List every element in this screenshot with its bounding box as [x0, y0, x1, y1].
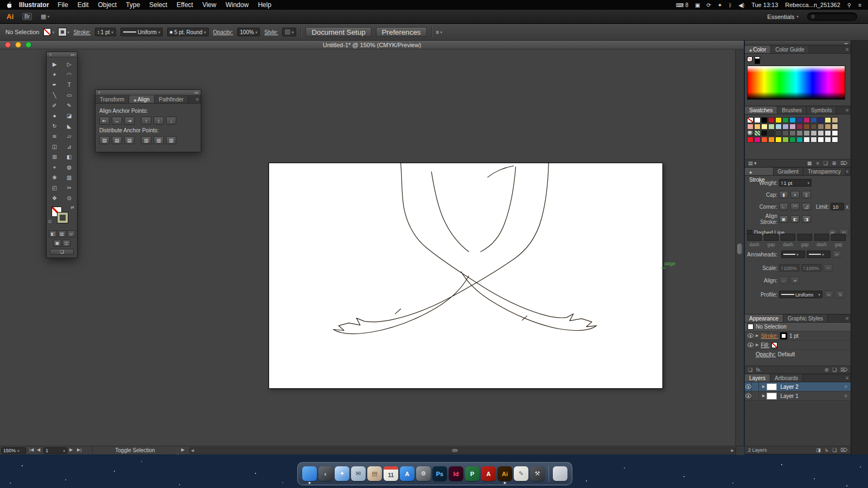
swatch[interactable]	[761, 117, 768, 123]
tool-blob-brush[interactable]: ●	[47, 111, 62, 121]
apple-menu[interactable]	[7, 2, 12, 9]
stroke-tab-gradient[interactable]: Gradient	[774, 168, 803, 175]
swatch[interactable]	[775, 137, 782, 143]
align-panel-menu-icon[interactable]: ≡	[196, 95, 201, 103]
layers-panel-menu-icon[interactable]: ≡	[846, 374, 851, 382]
layer-lock-cell[interactable]	[752, 391, 759, 400]
swatch[interactable]	[775, 117, 782, 123]
swatch[interactable]	[761, 137, 768, 143]
align-stroke-center-button[interactable]: ▣	[779, 215, 788, 223]
fill-none-chip[interactable]	[771, 342, 777, 348]
appearance-stroke-link[interactable]: Stroke:	[761, 333, 778, 339]
dock-textedit[interactable]: ✎	[514, 466, 528, 481]
arrowhead-start-dropdown[interactable]: ▾	[781, 251, 805, 258]
flip-across-button[interactable]: ⇅	[835, 291, 845, 298]
align-stroke-outside-button[interactable]: ◨	[802, 215, 811, 223]
tool-scale[interactable]: ◣	[62, 121, 76, 131]
layer-row[interactable]: ▶Layer 1○	[745, 391, 851, 401]
swatch[interactable]	[789, 117, 796, 123]
window-resize-corner[interactable]	[736, 446, 744, 455]
preferences-button[interactable]: Preferences	[376, 27, 427, 37]
dash-field[interactable]	[781, 234, 795, 241]
dash-field[interactable]	[797, 234, 812, 241]
layer-visibility-cell[interactable]	[745, 391, 752, 400]
last-artboard-button[interactable]: ▶|	[77, 447, 81, 452]
width-profile-dropdown[interactable]: Uniform▾	[779, 291, 822, 298]
align-vertical-middle-button[interactable]: ↕	[154, 117, 164, 125]
close-button[interactable]	[5, 42, 11, 48]
tool-selection[interactable]: ▶	[47, 59, 62, 69]
tool-direct-selection[interactable]: ▷	[62, 59, 76, 69]
align-horizontal-center-button[interactable]: ↔	[112, 117, 122, 125]
swatch[interactable]	[810, 137, 817, 143]
dash-field[interactable]	[831, 234, 846, 241]
tools-panel-header[interactable]: ✕▸▸	[47, 52, 77, 57]
tool-perspective-grid[interactable]: ⊿	[62, 142, 76, 152]
distribute-vertical-bottom-button[interactable]: ▤	[124, 136, 135, 144]
collapse-icon[interactable]: ▸▸	[71, 53, 75, 57]
stroke-proxy[interactable]	[58, 213, 68, 223]
dock-indesign[interactable]: Id	[449, 466, 463, 481]
layer-row[interactable]: ▶Layer 2○	[745, 382, 851, 391]
color-tab-color[interactable]: Color	[745, 46, 771, 53]
layer-target-icon[interactable]: ○	[845, 384, 847, 389]
link-scales-button[interactable]: ∞	[824, 264, 833, 272]
fill-swatch[interactable]	[43, 28, 51, 36]
swatch[interactable]	[747, 117, 754, 123]
swatch[interactable]	[810, 124, 817, 130]
swap-arrowheads-button[interactable]: ⇄	[832, 251, 841, 258]
delete-layer-button[interactable]: ⌦	[840, 447, 847, 453]
mini-stroke-swatch[interactable]	[755, 59, 760, 64]
swatch[interactable]	[810, 130, 817, 136]
clear-appearance-button[interactable]: ⊘	[825, 367, 829, 373]
eye-icon[interactable]	[748, 343, 754, 347]
new-layer-button[interactable]: ❏	[832, 447, 837, 453]
eye-icon[interactable]	[748, 333, 754, 338]
panel-collapse-bar[interactable]: ▸▸	[745, 41, 851, 46]
tool-rotate[interactable]: ↻	[47, 121, 62, 131]
swatch[interactable]	[825, 117, 831, 123]
brush-definition-dropdown[interactable]: 5 pt. Round▾	[167, 28, 208, 36]
swatch[interactable]	[796, 124, 803, 130]
draw-behind-button[interactable]: ◫	[62, 240, 71, 247]
swatch[interactable]	[754, 130, 761, 136]
swatch[interactable]	[789, 124, 796, 130]
arrowhead-end-dropdown[interactable]: ▾	[807, 251, 831, 258]
swatch[interactable]	[789, 137, 796, 143]
horizontal-scrollbar[interactable]: ◀ ▶	[189, 447, 736, 454]
menu-effect[interactable]: Effect	[176, 1, 193, 9]
layer-lock-cell[interactable]	[752, 382, 759, 391]
stroke-color-chip[interactable]	[780, 332, 787, 339]
menu-window[interactable]: Window	[226, 1, 249, 9]
tool-hand[interactable]: ✥	[47, 193, 62, 203]
collapse-to-icons-icon[interactable]: ▸▸	[845, 41, 848, 45]
swatch-libraries-menu-button[interactable]: ▤ ▾	[748, 160, 757, 166]
arrow-align-start-button[interactable]: ▱	[779, 277, 788, 284]
artboard-number-field[interactable]: 1▾	[43, 447, 67, 454]
new-swatch-button[interactable]: ⊞	[832, 160, 837, 166]
swatch[interactable]	[747, 130, 754, 136]
swatch[interactable]	[832, 137, 838, 143]
appearance-panel-menu-icon[interactable]: ≡	[846, 314, 851, 322]
cap-round-button[interactable]: ◖	[790, 191, 800, 198]
notification-icon[interactable]: ▣	[695, 2, 700, 8]
new-art-basic-appearance-button[interactable]: ❏	[748, 367, 752, 373]
stepper-icon[interactable]: ▴▾	[98, 30, 99, 34]
collapse-icon[interactable]: ▸▸	[195, 91, 199, 95]
layer-target-icon[interactable]: ○	[845, 393, 847, 399]
swatches-tab-swatches[interactable]: Swatches	[745, 106, 777, 114]
distribute-horizontal-center-button[interactable]: ▥	[154, 136, 164, 144]
swatch[interactable]	[825, 137, 831, 143]
go-to-bridge-button[interactable]: Br	[22, 13, 32, 20]
stroke-color-control[interactable]: ▾	[59, 28, 69, 36]
status-readout[interactable]: Toggle Selection	[92, 446, 178, 455]
draw-normal-button[interactable]: ▣	[53, 240, 61, 247]
dash-field[interactable]	[747, 234, 762, 241]
stroke-panel-menu-icon[interactable]: ≡	[846, 168, 851, 175]
cap-butt-button[interactable]: ▮	[779, 191, 788, 198]
swatch[interactable]	[825, 130, 831, 136]
layer-expand-icon[interactable]: ▶	[762, 394, 765, 398]
tool-width[interactable]: ≋	[47, 131, 62, 142]
make-clipping-mask-button[interactable]: ◨	[816, 447, 821, 453]
layer-name[interactable]: Layer 2	[780, 384, 844, 390]
